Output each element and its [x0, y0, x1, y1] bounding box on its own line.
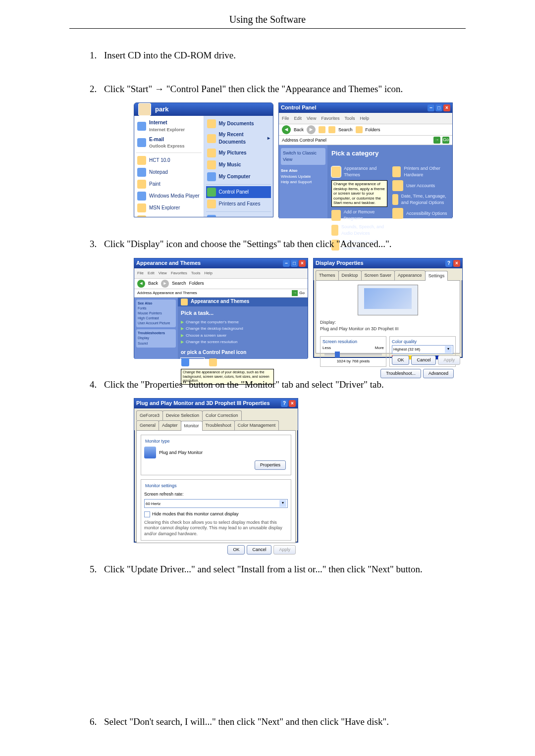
printers-faxes[interactable]: Printers and Faxes	[206, 198, 271, 210]
ok-button[interactable]: OK	[227, 545, 245, 554]
close-icon[interactable]: ×	[443, 104, 450, 111]
back-button-icon[interactable]: ◄	[137, 280, 145, 288]
menu-tools[interactable]: Tools	[344, 115, 355, 122]
menu-edit[interactable]: Edit	[294, 115, 302, 122]
menu-tools[interactable]: Tools	[191, 270, 201, 276]
close-icon[interactable]: ×	[289, 400, 296, 407]
tab-appearance[interactable]: Appearance	[394, 270, 426, 280]
help-icon[interactable]: ?	[445, 260, 452, 267]
category-accessibility[interactable]: Accessibility Options	[392, 208, 448, 219]
forward-button-icon[interactable]: ►	[161, 280, 169, 288]
maximize-icon[interactable]: □	[435, 104, 442, 111]
menu-help[interactable]: Help	[360, 115, 369, 122]
tab-screensaver[interactable]: Screen Saver	[361, 270, 395, 280]
start-item-msn[interactable]: MSN Explorer	[136, 202, 202, 214]
menu-file[interactable]: File	[137, 270, 144, 276]
help-icon[interactable]: ?	[281, 400, 288, 407]
folders-label[interactable]: Folders	[189, 280, 204, 287]
see-also-mouse[interactable]: Mouse Pointers	[138, 311, 162, 315]
tab-adapter[interactable]: Adapter	[159, 420, 181, 430]
menu-edit[interactable]: Edit	[148, 270, 155, 276]
menu-help[interactable]: Help	[204, 270, 212, 276]
menu-file[interactable]: File	[282, 115, 289, 122]
my-music[interactable]: My Music	[206, 159, 271, 171]
tab-monitor[interactable]: Monitor	[181, 421, 203, 431]
see-also-contrast[interactable]: High Contrast	[138, 316, 159, 320]
start-item-email[interactable]: E-mail Outlook Express	[136, 135, 202, 151]
maximize-icon[interactable]: □	[291, 260, 298, 267]
my-pictures[interactable]: My Pictures	[206, 147, 271, 159]
task-resolution[interactable]: ▶Change the screen resolution	[181, 339, 305, 345]
color-quality-dropdown[interactable]: Highest (32 bit)▾	[392, 345, 453, 354]
apply-button[interactable]: Apply	[438, 355, 460, 365]
switch-classic-view[interactable]: Switch to Classic View	[281, 148, 325, 165]
address-value[interactable]: Control Panel	[300, 138, 327, 143]
tab-desktop[interactable]: Desktop	[338, 270, 362, 280]
see-also-pic[interactable]: User Account Picture	[138, 321, 170, 325]
see-also-windows-update[interactable]: Windows Update	[281, 174, 325, 180]
tab-general[interactable]: General	[136, 420, 159, 430]
search-label[interactable]: Search	[172, 280, 186, 287]
go-icon[interactable]: →	[292, 290, 298, 296]
apply-button[interactable]: Apply	[273, 545, 296, 554]
refresh-rate-dropdown[interactable]: 60 Hertz▾	[144, 499, 288, 508]
see-also-fonts[interactable]: Fonts	[138, 306, 147, 310]
back-button-icon[interactable]: ◄	[282, 125, 291, 134]
category-date-time[interactable]: Date, Time, Language, and Regional Optio…	[392, 193, 448, 206]
control-panel-item[interactable]: Control Panel	[206, 186, 271, 198]
trouble-display[interactable]: Display	[138, 336, 149, 340]
address-value[interactable]: Appearance and Themes	[153, 291, 197, 295]
close-icon[interactable]: ×	[299, 260, 306, 267]
help-support[interactable]: Help and Support	[206, 213, 271, 217]
tab-settings[interactable]: Settings	[425, 271, 448, 281]
minimize-icon[interactable]: –	[283, 260, 290, 267]
trouble-sound[interactable]: Sound	[138, 342, 148, 345]
category-sounds[interactable]: Sounds, Speech, and Audio Devices	[331, 224, 387, 237]
hide-modes-checkbox[interactable]: Hide modes that this monitor cannot disp…	[144, 511, 288, 517]
cancel-button[interactable]: Cancel	[411, 355, 436, 365]
task-theme[interactable]: ▶Change the computer's theme	[181, 319, 305, 325]
tab-color-correction[interactable]: Color Correction	[202, 410, 242, 420]
tab-device-selection[interactable]: Device Selection	[162, 410, 203, 420]
category-appearance-themes[interactable]: Appearance and Themes	[331, 165, 387, 178]
properties-button[interactable]: Properties	[255, 460, 286, 470]
tab-troubleshoot[interactable]: Troubleshoot	[202, 420, 235, 430]
forward-button-icon[interactable]: ►	[307, 125, 316, 134]
menu-favorites[interactable]: Favorites	[321, 115, 339, 122]
category-useraccounts[interactable]: User Accounts	[392, 180, 448, 191]
task-background[interactable]: ▶Change the desktop background	[181, 326, 305, 332]
menu-view[interactable]: View	[307, 115, 316, 122]
go-icon[interactable]: →	[433, 137, 440, 144]
tab-geforce3[interactable]: GeForce3	[136, 410, 163, 420]
task-screensaver[interactable]: ▶Choose a screen saver	[181, 333, 305, 339]
menu-favorites[interactable]: Favorites	[171, 270, 187, 276]
cp-icon-folder-options[interactable]: Folder Options	[209, 358, 244, 367]
category-add-remove[interactable]: Add or Remove Programs	[331, 209, 387, 222]
menu-view[interactable]: View	[159, 270, 167, 276]
tab-themes[interactable]: Themes	[316, 270, 339, 280]
slider-thumb-icon[interactable]	[335, 352, 340, 357]
minimize-icon[interactable]: –	[428, 104, 434, 111]
search-icon[interactable]	[328, 126, 335, 133]
cp-icon-display[interactable]: Display	[181, 358, 204, 367]
start-item-notepad[interactable]: Notepad	[136, 166, 202, 178]
folders-icon[interactable]	[356, 126, 363, 133]
my-documents[interactable]: My Documents	[206, 118, 271, 130]
category-printers[interactable]: Printers and Other Hardware	[392, 165, 448, 178]
cancel-button[interactable]: Cancel	[247, 545, 271, 554]
start-item-internet[interactable]: Internet Internet Explorer	[136, 118, 202, 135]
close-icon[interactable]: ×	[453, 260, 460, 267]
see-also-help[interactable]: Help and Support	[281, 179, 325, 185]
start-item-wmm[interactable]: Windows Movie Maker	[136, 214, 202, 217]
advanced-button[interactable]: Advanced	[423, 369, 454, 378]
start-item-wmp[interactable]: Windows Media Player	[136, 190, 202, 202]
my-computer[interactable]: My Computer	[206, 171, 271, 183]
start-item-paint[interactable]: Paint	[136, 178, 202, 190]
up-icon[interactable]	[319, 126, 325, 133]
ok-button[interactable]: OK	[392, 355, 409, 365]
my-recent-documents[interactable]: My Recent Documents▸	[206, 130, 271, 147]
resolution-slider[interactable]	[324, 353, 382, 355]
troubleshoot-button[interactable]: Troubleshoot...	[380, 369, 421, 378]
tab-color-management[interactable]: Color Management	[234, 420, 279, 430]
start-item-hct[interactable]: HCT 10.0	[136, 154, 202, 166]
